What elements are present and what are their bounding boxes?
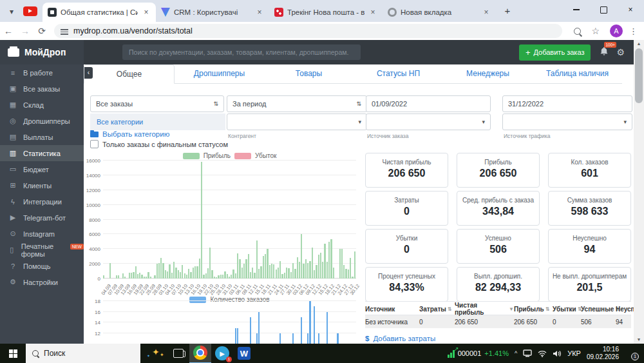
wifi-icon[interactable] bbox=[538, 350, 547, 357]
page-scrollbar[interactable]: ▲ ▼ bbox=[634, 40, 644, 344]
sidebar-item-instagram[interactable]: ⊙ Instagram bbox=[0, 226, 84, 242]
bar bbox=[294, 269, 296, 279]
sidebar-item-orders[interactable]: ▣ Все заказы bbox=[0, 81, 84, 97]
bookmark-star-icon[interactable]: ☆ bbox=[591, 26, 600, 36]
volume-icon[interactable] bbox=[553, 350, 562, 357]
choose-category-link[interactable]: Выбрать категорию bbox=[90, 130, 169, 138]
settings-gear-icon[interactable]: ⚙ bbox=[616, 47, 625, 57]
tab-close-icon[interactable]: × bbox=[482, 8, 491, 17]
back-icon[interactable]: ← bbox=[0, 26, 17, 36]
url-bar[interactable]: mydrop.com.ua/vendor/stats/total bbox=[54, 24, 562, 38]
counterparty-label: Контрагент bbox=[228, 133, 256, 139]
table-header-cell[interactable]: Прибыль ⇅ bbox=[514, 306, 553, 313]
period-filter-select[interactable]: За период ⇅ bbox=[227, 95, 367, 112]
scroll-down-icon[interactable]: ▼ bbox=[634, 336, 644, 344]
all-categories-box[interactable]: Все категории bbox=[90, 113, 225, 130]
browser-tab-stats[interactable]: Общая статистика | Система у × bbox=[43, 3, 156, 22]
sidebar-item-statistics[interactable]: ▥ Статистика bbox=[0, 145, 84, 161]
add-order-button[interactable]: + Добавить заказ bbox=[519, 44, 591, 61]
browser-tab-newtab[interactable]: Новая вкладка × bbox=[383, 3, 496, 22]
window-restore-button[interactable] bbox=[590, 0, 617, 19]
tab-products[interactable]: Товары bbox=[264, 64, 354, 83]
tab-dropshippers[interactable]: Дропшипперы bbox=[175, 64, 264, 83]
sidebar-item-help[interactable]: ? Помощь bbox=[0, 258, 84, 274]
sidebar-item-telegram[interactable]: ▶ Telegram-бот bbox=[0, 210, 84, 226]
start-button[interactable] bbox=[0, 344, 26, 363]
stat-card-label: Выпл. дропшип. bbox=[457, 273, 539, 280]
sort-icon[interactable]: ⇅ bbox=[448, 306, 452, 312]
notification-center-button[interactable]: 1 bbox=[625, 348, 639, 359]
monitor-icon[interactable] bbox=[523, 349, 532, 357]
order-source-select[interactable]: ▾ bbox=[366, 113, 491, 130]
table-header-cell[interactable]: Успешные ⇅ bbox=[581, 306, 616, 313]
date-to-input[interactable] bbox=[502, 95, 632, 112]
browser-menu-icon[interactable]: ⋮ bbox=[629, 26, 638, 36]
tab-close-icon[interactable]: × bbox=[255, 8, 264, 17]
table-header-label: Прибыль bbox=[514, 306, 544, 313]
copilot-sparkle-icon[interactable]: ✦✦✦ bbox=[146, 344, 167, 363]
tab-managers[interactable]: Менеджеры bbox=[443, 64, 533, 83]
profile-avatar[interactable]: A bbox=[610, 25, 623, 37]
browser-tab-crm[interactable]: CRM : Користувачі × bbox=[156, 3, 269, 22]
checkbox[interactable] bbox=[90, 140, 99, 148]
tab-availability[interactable]: Таблица наличия bbox=[533, 64, 622, 83]
zoom-icon[interactable] bbox=[574, 28, 581, 35]
table-header-cell[interactable]: Затраты ⇅ bbox=[419, 306, 455, 313]
new-tab-button[interactable]: + bbox=[500, 3, 515, 19]
language-indicator[interactable]: УКР bbox=[567, 349, 581, 357]
sort-icon[interactable]: ⇅ bbox=[545, 306, 550, 312]
sidebar-item-budget[interactable]: ▭ Бюджет bbox=[0, 161, 84, 177]
table-header-cell[interactable]: Убытки ⇅ bbox=[553, 306, 581, 313]
sidebar-item-print-forms[interactable]: ▯ Печатные формы NEW bbox=[0, 242, 84, 258]
tab-general[interactable]: Общее bbox=[84, 64, 175, 84]
choose-category-label: Выбрать категорию bbox=[102, 130, 169, 138]
sidebar-item-warehouse[interactable]: ▦ Склад bbox=[0, 97, 84, 113]
hidden-icons-chevron[interactable]: ^ bbox=[515, 350, 517, 357]
sidebar-item-dropshippers[interactable]: ◎ Дропшипперы bbox=[0, 113, 84, 129]
sidebar-item-integrations[interactable]: ϟ Интеграции bbox=[0, 193, 84, 210]
browser-tab-novaposhta[interactable]: Трекінг Нова пошта - відстеж × bbox=[269, 3, 383, 22]
collapse-sidebar-button[interactable]: ‹ bbox=[84, 67, 93, 79]
final-status-checkbox-row[interactable]: Только заказы с финальным статусом bbox=[90, 140, 228, 148]
sort-icon[interactable]: ▼ bbox=[509, 306, 514, 312]
add-costs-link[interactable]: $ Добавить затраты bbox=[365, 335, 631, 342]
scroll-up-icon[interactable]: ▲ bbox=[634, 40, 644, 48]
url-text[interactable]: mydrop.com.ua/vendor/stats/total bbox=[73, 26, 193, 35]
forward-icon[interactable]: → bbox=[17, 26, 33, 36]
stock-ticker[interactable]: 000001 +1.41% bbox=[448, 349, 509, 358]
scrollbar-thumb[interactable] bbox=[635, 48, 643, 103]
notifications-bell-icon[interactable]: 100+ bbox=[600, 46, 609, 59]
reload-icon[interactable]: ⟳ bbox=[33, 26, 50, 36]
window-close-button[interactable]: × bbox=[617, 0, 644, 19]
traffic-source-select[interactable]: ▾ bbox=[502, 113, 632, 130]
table-header-cell[interactable]: Источник bbox=[365, 306, 419, 313]
tab-close-icon[interactable]: × bbox=[142, 8, 151, 17]
orders-filter-value: Все заказы bbox=[96, 100, 133, 108]
table-header-cell[interactable]: Чистая прибыль ▼ bbox=[455, 302, 514, 316]
tab-np-statuses[interactable]: Статусы НП bbox=[354, 64, 443, 83]
sidebar-item-inwork[interactable]: ≡ В работе bbox=[0, 64, 84, 81]
task-view-button[interactable] bbox=[167, 344, 189, 363]
counterparty-select[interactable]: ▾ bbox=[227, 113, 367, 130]
taskbar-chrome-button[interactable] bbox=[189, 343, 211, 363]
taskbar-clock[interactable]: 10:16 09.02.2026 bbox=[587, 346, 619, 362]
taskbar-word-button[interactable]: W bbox=[233, 344, 255, 363]
tab-close-icon[interactable]: × bbox=[368, 8, 377, 17]
sidebar-item-settings[interactable]: ⚙ Настройки bbox=[0, 274, 84, 290]
brand[interactable]: МойДроп bbox=[0, 40, 84, 64]
profit-loss-chart[interactable]: 0200040006000800010000120001400016000 bbox=[103, 161, 356, 279]
taskbar-telegram-button[interactable]: ▶ 1 bbox=[211, 344, 233, 363]
youtube-pinned-tab-icon[interactable] bbox=[23, 6, 37, 16]
sidebar-item-payouts[interactable]: ▤ Выплаты bbox=[0, 129, 84, 145]
date-from-input[interactable] bbox=[366, 95, 491, 112]
bar bbox=[144, 277, 145, 279]
tab-search-chevron-icon[interactable]: ▾ bbox=[4, 4, 19, 19]
site-settings-icon[interactable] bbox=[61, 28, 68, 34]
sidebar-item-clients[interactable]: ⊞ Клиенты bbox=[0, 177, 84, 193]
orders-filter-select[interactable]: Все заказы ⇅ bbox=[90, 95, 224, 112]
global-search-input[interactable] bbox=[122, 44, 361, 60]
sidebar-item-label: Бюджет bbox=[23, 166, 49, 173]
y-axis-label: 12 bbox=[95, 331, 100, 337]
window-minimize-button[interactable] bbox=[563, 0, 590, 19]
taskbar-search-box[interactable]: Поиск bbox=[26, 344, 140, 363]
